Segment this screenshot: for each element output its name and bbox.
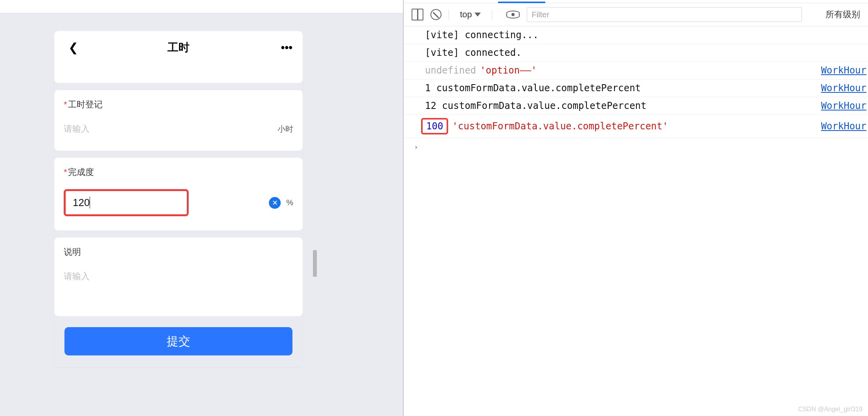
ruler xyxy=(0,0,403,13)
source-link[interactable]: WorkHour xyxy=(821,121,868,132)
more-icon[interactable]: ••• xyxy=(281,41,292,54)
clear-console-icon[interactable] xyxy=(430,9,441,20)
source-link[interactable]: WorkHour xyxy=(821,100,868,111)
devtools-pane: top 所有级别 [vite] connecting... [vite] con… xyxy=(404,0,868,416)
context-select[interactable]: top xyxy=(456,8,485,21)
submit-wrap: 提交 xyxy=(54,316,303,355)
mobile-simulator: ❮ 工时 ••• *工时登记 小时 *完成度 120 ✕ xyxy=(54,31,303,367)
header-spacer xyxy=(54,64,303,83)
source-link[interactable]: WorkHour xyxy=(821,65,868,76)
card-note: 说明 xyxy=(54,237,303,316)
log-row: 1 customFormData.value.completePercentWo… xyxy=(404,79,868,97)
console-toolbar: top 所有级别 xyxy=(404,3,868,26)
unit-hours: 小时 xyxy=(278,124,293,134)
toggle-sidebar-icon[interactable] xyxy=(412,9,423,20)
submit-button[interactable]: 提交 xyxy=(64,327,292,355)
log-row: [vite] connecting... xyxy=(404,26,868,44)
log-row: undefined 'option——'WorkHour xyxy=(404,62,868,79)
console-output[interactable]: [vite] connecting... [vite] connected. u… xyxy=(404,26,868,416)
app-header: ❮ 工时 ••• xyxy=(54,31,303,64)
highlighted-value: 100 xyxy=(421,118,448,134)
simulator-pane: ❮ 工时 ••• *工时登记 小时 *完成度 120 ✕ xyxy=(0,0,403,416)
clear-icon[interactable]: ✕ xyxy=(269,197,281,209)
log-row: 100'customFormData.value.completePercent… xyxy=(404,115,868,138)
log-row: 12 customFormData.value.completePercentW… xyxy=(404,97,868,115)
separator xyxy=(492,9,492,20)
form-body: *工时登记 小时 *完成度 120 ✕ % 说明 xyxy=(54,64,303,367)
filter-input[interactable] xyxy=(527,7,802,22)
label-hours: *工时登记 xyxy=(64,99,293,110)
separator xyxy=(449,9,449,20)
label-percent: *完成度 xyxy=(64,166,293,178)
card-percent: *完成度 120 ✕ % xyxy=(54,158,303,230)
label-note: 说明 xyxy=(64,246,293,258)
back-icon[interactable]: ❮ xyxy=(68,42,78,53)
card-hours: *工时登记 小时 xyxy=(54,90,303,151)
source-link[interactable]: WorkHour xyxy=(821,83,868,94)
console-prompt[interactable]: › xyxy=(404,138,868,156)
chevron-down-icon xyxy=(474,13,481,17)
level-select[interactable]: 所有级别 xyxy=(826,9,860,20)
scrollbar[interactable] xyxy=(313,250,317,277)
page-title: 工时 xyxy=(167,40,189,55)
watermark: CSDN @Angel_girl319 xyxy=(798,406,862,413)
unit-percent: % xyxy=(286,198,293,207)
hours-input[interactable] xyxy=(64,121,273,136)
log-row: [vite] connected. xyxy=(404,44,868,62)
percent-input[interactable]: 120 xyxy=(64,189,189,216)
live-expression-icon[interactable] xyxy=(506,11,520,18)
note-input[interactable] xyxy=(64,269,293,284)
devtools-tabs[interactable] xyxy=(404,0,868,3)
